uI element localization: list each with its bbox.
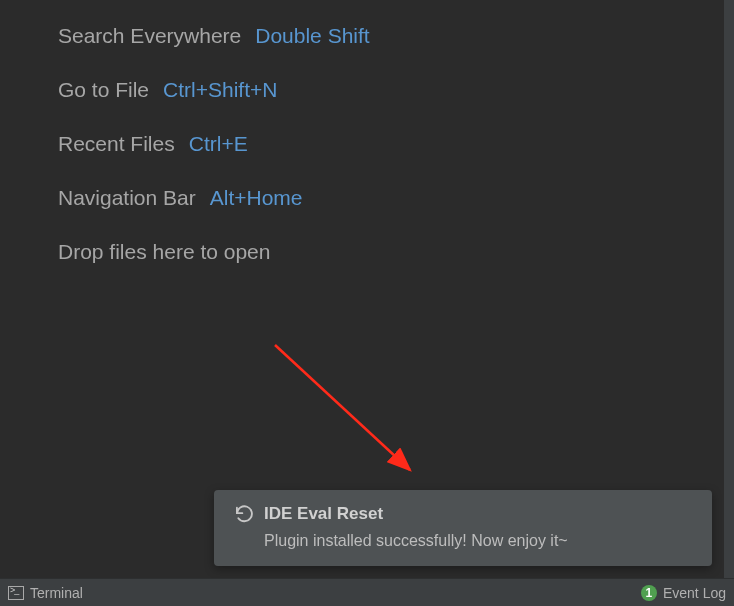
notification-header: IDE Eval Reset [234,504,694,524]
hint-search-everywhere[interactable]: Search Everywhere Double Shift [58,24,724,48]
terminal-icon [8,586,24,600]
hint-shortcut: Double Shift [255,24,369,48]
hint-navigation-bar[interactable]: Navigation Bar Alt+Home [58,186,724,210]
status-event-log-button[interactable]: 1 Event Log [641,585,726,601]
hint-label: Navigation Bar [58,186,196,210]
notification-toast[interactable]: IDE Eval Reset Plugin installed successf… [214,490,712,566]
status-terminal-button[interactable]: Terminal [8,585,83,601]
undo-icon [234,504,254,524]
event-log-label: Event Log [663,585,726,601]
hint-shortcut: Ctrl+Shift+N [163,78,277,102]
hint-label: Search Everywhere [58,24,241,48]
notification-title: IDE Eval Reset [264,504,383,524]
hint-go-to-file[interactable]: Go to File Ctrl+Shift+N [58,78,724,102]
hint-recent-files[interactable]: Recent Files Ctrl+E [58,132,724,156]
drop-files-hint: Drop files here to open [58,240,724,264]
event-count-badge: 1 [641,585,657,601]
hint-label: Recent Files [58,132,175,156]
hint-label: Go to File [58,78,149,102]
hint-shortcut: Alt+Home [210,186,303,210]
terminal-label: Terminal [30,585,83,601]
status-bar: Terminal 1 Event Log [0,578,734,606]
notification-body: Plugin installed successfully! Now enjoy… [234,532,694,550]
right-gutter [724,0,734,578]
hint-shortcut: Ctrl+E [189,132,248,156]
